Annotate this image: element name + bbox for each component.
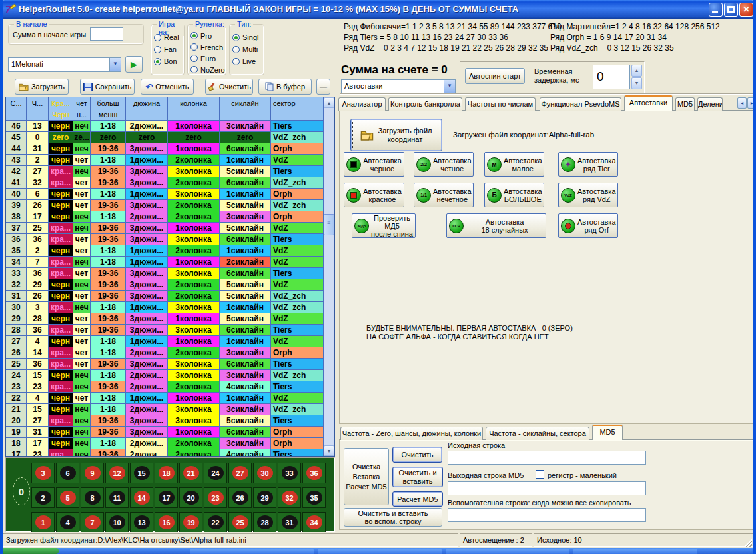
table-row[interactable]: 2536кра...чет19-363дюжи...3колонка6сикла…: [6, 359, 324, 370]
table-row[interactable]: 3926чернчет19-363дюжи...2колонка5сиклайн…: [6, 200, 324, 211]
table-row[interactable]: 224чернчет1-181дюжи...1колонка1сиклайнVd…: [6, 393, 324, 404]
table-row[interactable]: 3817черннеч1-182дюжи...2колонка3сиклайнO…: [6, 211, 324, 223]
md5-lowercase-checkbox[interactable]: [536, 470, 544, 479]
minimize-button[interactable]: [709, 3, 723, 17]
radio-option-french[interactable]: French: [190, 41, 225, 53]
column-header-4[interactable]: чет: [73, 97, 91, 109]
roulette-cell-18[interactable]: 18: [155, 463, 178, 483]
table-row[interactable]: 1931черннеч19-363дюжи...1колонка6сиклайн…: [6, 427, 324, 438]
tab-md5[interactable]: MD5: [675, 97, 695, 111]
collapse-button[interactable]: —: [316, 79, 330, 95]
table-row[interactable]: 4613черннеч1-182дюжи...1колонка3сиклайнT…: [6, 121, 324, 132]
radio-option-fan[interactable]: Fan: [154, 43, 183, 55]
table-row[interactable]: 274чернчет1-181дюжи...1колонка1сиклайнVd…: [6, 336, 324, 347]
roulette-cell-25[interactable]: 25: [228, 512, 252, 533]
column-header-5[interactable]: менш: [91, 109, 126, 121]
title-bar[interactable]: 7 HelperRoullet 5.0- create helperroulle…: [0, 0, 756, 19]
table-row[interactable]: 2323кра...неч19-362дюжи...2колонка4сикла…: [6, 381, 324, 393]
autobet-big-button[interactable]: Б АвтоставкаБОЛЬШОЕ: [484, 183, 544, 207]
table-row[interactable]: 406чернчет1-181дюжи...3колонка1сиклайнOr…: [6, 189, 324, 200]
md5-source-input[interactable]: [448, 451, 646, 465]
column-header-6[interactable]: дюжина: [126, 97, 168, 109]
autospin-start-button[interactable]: Автоспин старт: [465, 68, 525, 84]
scrollbar-thumb[interactable]: [324, 214, 334, 235]
roulette-cell-31[interactable]: 31: [278, 512, 301, 533]
table-row[interactable]: 303кра...неч1-181дюжи...3колонка1сиклайн…: [6, 302, 324, 313]
undo-button[interactable]: ↶ Отменить: [141, 79, 194, 95]
table-row[interactable]: 2115черннеч1-182дюжи...3колонка3сиклайнV…: [6, 404, 324, 415]
load-coords-file-button[interactable]: Загрузить файлкоординат: [350, 119, 442, 151]
md5-clear-paste-aux-button[interactable]: Очистить и вставитьво вспом. строку: [344, 508, 442, 527]
tab-контроль-банкролла[interactable]: Контроль банкролла: [388, 97, 462, 111]
tab-делени[interactable]: Делени: [697, 97, 723, 111]
roulette-cell-21[interactable]: 21: [179, 463, 202, 483]
table-row[interactable]: 4227кра...неч19-363дюжи...3колонка5сикла…: [6, 166, 324, 177]
maximize-button[interactable]: [724, 3, 738, 17]
roulette-cell-13[interactable]: 13: [130, 512, 153, 533]
radio-option-singl[interactable]: Singl: [232, 31, 263, 43]
table-row[interactable]: 3636кра...чет19-363дюжи...3колонка6сикла…: [6, 234, 324, 245]
radio-icon-euro[interactable]: [190, 55, 198, 62]
autobet-even-button[interactable]: 2/2 Автоставкачетное: [414, 152, 474, 177]
column-header-6[interactable]: [126, 109, 168, 121]
table-row[interactable]: 1723кра...неч19-362дюжи...2колонка4сикла…: [6, 449, 324, 457]
table-row[interactable]: 3229черннеч19-363дюжи...2колонка5сиклайн…: [6, 279, 324, 291]
md5-clear-button[interactable]: Очистить: [392, 447, 442, 463]
taskbar-button[interactable]: [573, 549, 697, 554]
load-button[interactable]: Загрузить: [15, 79, 69, 95]
table-row[interactable]: 3725кра...неч19-363дюжи...1колонка5сикла…: [6, 223, 324, 234]
clear-button[interactable]: Очистить: [205, 79, 253, 95]
table-row[interactable]: 2027кра...неч19-363дюжи...3колонка5сикла…: [6, 415, 324, 427]
column-header-1[interactable]: [6, 109, 27, 121]
tabs-scroll-left-icon[interactable]: ◄: [737, 97, 747, 109]
autobets-combobox-arrow-icon[interactable]: ▼: [444, 80, 455, 93]
roulette-cell-12[interactable]: 12: [105, 463, 129, 483]
table-row[interactable]: 4431черннеч19-363дюжи...1колонка6сиклайн…: [6, 143, 324, 155]
roulette-cell-0[interactable]: 0: [11, 473, 31, 510]
roulette-cell-14[interactable]: 14: [130, 487, 153, 508]
column-header-7[interactable]: [168, 109, 220, 121]
check-md5-after-spin-button[interactable]: МД5 Проверить МД5после спина: [352, 213, 416, 238]
table-row[interactable]: 432чернчет1-181дюжи...2колонка1сиклайнVd…: [6, 155, 324, 166]
column-header-5[interactable]: больш: [91, 97, 126, 109]
table-row[interactable]: 352чернчет1-181дюжи...2колонка1сиклайнVd…: [6, 245, 324, 257]
radio-icon-real[interactable]: [154, 34, 161, 41]
copy-to-buffer-button[interactable]: В буфер: [258, 79, 312, 95]
taskbar-button[interactable]: [190, 549, 314, 554]
table-row[interactable]: 347кра...неч1-181дюжи...1колонка2сиклайн…: [6, 257, 324, 268]
md5-clear-and-paste-button[interactable]: Очистить ивставить: [392, 467, 443, 487]
roulette-cell-7[interactable]: 7: [81, 512, 104, 533]
roulette-cell-22[interactable]: 22: [204, 512, 227, 533]
autobet-vdz-row-button[interactable]: VdZ Автоставкаряд VdZ: [558, 183, 618, 207]
preset-combobox-arrow-icon[interactable]: ▼: [109, 58, 121, 71]
radio-icon-pro[interactable]: [190, 32, 198, 39]
roulette-cell-15[interactable]: 15: [130, 463, 153, 483]
tab-функционал-psevdoms[interactable]: Функционал PsevdoMS: [540, 97, 621, 111]
spinner-up-icon[interactable]: ▲: [631, 65, 642, 77]
start-sum-input[interactable]: [90, 27, 123, 41]
radio-icon-fan[interactable]: [154, 46, 161, 53]
tab-частота-zero-шансы-дюжины-колонки[interactable]: Частота - Zero, шансы, дюжины, колонки: [340, 427, 483, 440]
radio-option-bon[interactable]: Bon: [154, 55, 183, 67]
column-header-8[interactable]: [220, 109, 271, 121]
md5-output-input[interactable]: [448, 481, 646, 495]
table-row[interactable]: 4132кра...чет19-363дюжи...2колонка6сикла…: [6, 177, 324, 189]
roulette-cell-19[interactable]: 19: [179, 512, 202, 533]
radio-option-real[interactable]: Real: [154, 31, 183, 43]
table-row[interactable]: 2928чернчет19-363дюжи...1колонка5сиклайн…: [6, 313, 324, 325]
spinner-down-icon[interactable]: ▼: [631, 77, 642, 89]
table-row[interactable]: 3336кра...чет19-363дюжи...3колонка6сикла…: [6, 268, 324, 279]
roulette-cell-35[interactable]: 35: [302, 487, 326, 508]
taskbar-button[interactable]: [318, 549, 442, 554]
radio-icon-bon[interactable]: [154, 58, 161, 65]
roulette-cell-3[interactable]: 3: [31, 463, 55, 483]
radio-icon-singl[interactable]: [232, 34, 240, 41]
roulette-cell-5[interactable]: 5: [56, 487, 79, 508]
autobet-tier-row-button[interactable]: ✦ Автоставкаряд Tier: [558, 152, 618, 177]
table-scrollbar[interactable]: ▲ ▼: [324, 97, 334, 456]
column-header-9[interactable]: сектор: [271, 97, 324, 109]
roulette-cell-16[interactable]: 16: [155, 512, 178, 533]
roulette-cell-2[interactable]: 2: [31, 487, 55, 508]
roulette-cell-6[interactable]: 6: [56, 463, 79, 483]
table-row[interactable]: 2415черннеч1-182дюжи...3колонка3сиклайнV…: [6, 370, 324, 381]
